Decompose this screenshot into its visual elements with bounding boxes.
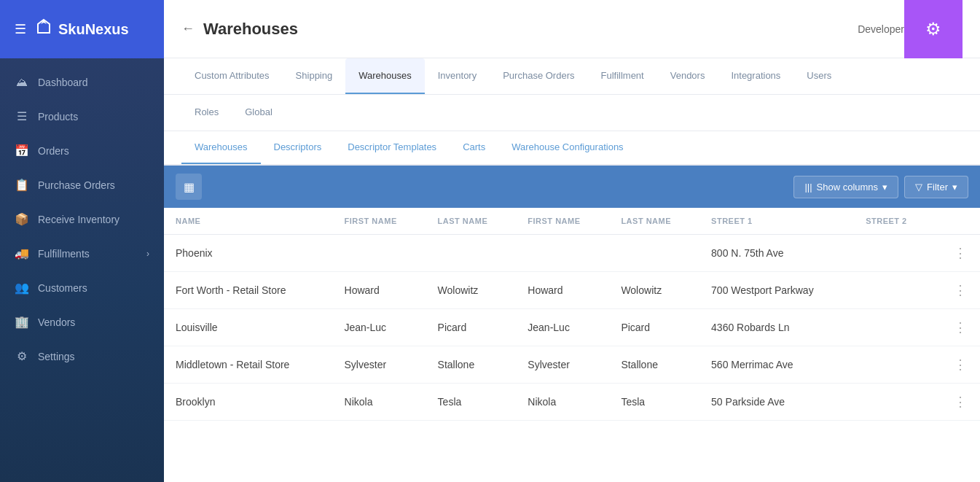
cell-last_name2 [609, 235, 699, 272]
filter-chevron-icon: ▾ [952, 182, 957, 193]
cell-first_name: Jean-Luc [333, 309, 426, 346]
cell-last_name2: Tesla [609, 384, 699, 421]
filter-button[interactable]: ▽ Filter ▾ [904, 176, 968, 198]
subtabs-row: WarehousesDescriptorsDescriptor Template… [164, 131, 980, 166]
sidebar-item-dashboard[interactable]: ⛰ Dashboard [0, 66, 164, 99]
cell-name: Fort Worth - Retail Store [164, 272, 333, 309]
row-actions-button[interactable]: ⋮ [933, 309, 980, 346]
sidebar-item-label: Fulfillments [38, 248, 138, 260]
tab-integrations[interactable]: Integrations [718, 58, 793, 94]
sidebar-header: ☰ SkuNexus [0, 0, 164, 58]
products-icon: ☰ [15, 109, 29, 123]
table-body: Phoenix800 N. 75th Ave⋮Fort Worth - Reta… [164, 235, 980, 421]
cell-last_name: Wolowitz [426, 272, 517, 309]
receive-inventory-icon: 📦 [15, 212, 29, 226]
row-actions-button[interactable]: ⋮ [933, 235, 980, 272]
settings-gear-button[interactable]: ⚙ [904, 0, 963, 58]
cell-first_name2: Sylvester [516, 346, 609, 384]
row-actions-button[interactable]: ⋮ [933, 346, 980, 384]
sidebar-item-label: Dashboard [38, 77, 149, 88]
dashboard-icon: ⛰ [15, 76, 29, 89]
sidebar-item-vendors[interactable]: 🏢 Vendors [0, 305, 164, 339]
subtab-descriptor-templates[interactable]: Descriptor Templates [334, 131, 450, 164]
sidebar-item-label: Orders [38, 145, 149, 157]
vendors-icon: 🏢 [15, 315, 29, 329]
customers-icon: 👥 [15, 281, 29, 295]
cell-street2 [854, 346, 933, 384]
sidebar-item-settings[interactable]: ⚙ Settings [0, 339, 164, 373]
main-content: ← Warehouses Developer ⚙ Custom Attribut… [164, 0, 980, 482]
cell-street2 [854, 272, 933, 309]
hamburger-icon[interactable]: ☰ [15, 21, 26, 37]
sidebar-item-orders[interactable]: 📅 Orders [0, 133, 164, 168]
topbar-left: ← Warehouses [181, 20, 298, 39]
table-row: Phoenix800 N. 75th Ave⋮ [164, 235, 980, 272]
sidebar-item-purchase-orders[interactable]: 📋 Purchase Orders [0, 168, 164, 202]
table-row: BrooklynNikolaTeslaNikolaTesla50 Parksid… [164, 384, 980, 421]
cell-street2 [854, 235, 933, 272]
logo-text: SkuNexus [58, 21, 129, 38]
table-icon-button[interactable]: ▦ [176, 174, 202, 200]
cell-last_name: Stallone [426, 346, 517, 384]
tab-inventory[interactable]: Inventory [425, 58, 490, 94]
table-grid-icon: ▦ [184, 180, 195, 194]
sidebar-item-receive-inventory[interactable]: 📦 Receive Inventory [0, 202, 164, 236]
cell-street1: 800 N. 75th Ave [699, 235, 854, 272]
filter-icon: ▽ [915, 182, 922, 193]
tab-users[interactable]: Users [793, 58, 844, 94]
table-toolbar: ▦ ||| Show columns ▾ ▽ Filter ▾ [164, 166, 980, 208]
columns-icon: ||| [804, 182, 812, 193]
table-row: Middletown - Retail StoreSylvesterStallo… [164, 346, 980, 384]
sidebar-item-fulfillments[interactable]: 🚚 Fulfillments › [0, 236, 164, 271]
cell-last_name: Picard [426, 309, 517, 346]
row-actions-button[interactable]: ⋮ [933, 384, 980, 421]
tab-roles[interactable]: Roles [181, 95, 232, 131]
sidebar: ☰ SkuNexus ⛰ Dashboard ☰ Products 📅 Orde… [0, 0, 164, 482]
table-area: ▦ ||| Show columns ▾ ▽ Filter ▾ NAMEFIRS… [164, 166, 980, 482]
subtab-warehouses[interactable]: Warehouses [181, 131, 261, 164]
fulfillments-icon: 🚚 [15, 246, 29, 260]
cell-street1: 4360 Robards Ln [699, 309, 854, 346]
tab-fulfillment[interactable]: Fulfillment [587, 58, 656, 94]
subtab-descriptors[interactable]: Descriptors [261, 131, 335, 164]
tab-global[interactable]: Global [232, 95, 286, 131]
cell-last_name [426, 235, 517, 272]
subtab-warehouse-configurations[interactable]: Warehouse Configurations [498, 131, 636, 164]
cell-name: Louisville [164, 309, 333, 346]
cell-first_name [333, 235, 426, 272]
cell-first_name: Sylvester [333, 346, 426, 384]
sidebar-item-customers[interactable]: 👥 Customers [0, 271, 164, 305]
toolbar-right: ||| Show columns ▾ ▽ Filter ▾ [793, 176, 968, 198]
row-actions-button[interactable]: ⋮ [933, 272, 980, 309]
cell-last_name2: Stallone [609, 346, 699, 384]
col-header-street2: STREET 2 [854, 208, 933, 235]
col-header-first_name2: FIRST NAME [516, 208, 609, 235]
sidebar-item-products[interactable]: ☰ Products [0, 99, 164, 133]
sidebar-item-label: Settings [38, 351, 149, 362]
tab-vendors[interactable]: Vendors [657, 58, 718, 94]
tab-purchase-orders[interactable]: Purchase Orders [490, 58, 587, 94]
cell-first_name: Howard [333, 272, 426, 309]
sidebar-item-label: Customers [38, 282, 149, 294]
tabs-row-2: RolesGlobal [164, 95, 980, 131]
tab-custom-attributes[interactable]: Custom Attributes [181, 58, 283, 94]
chevron-right-icon: › [146, 249, 149, 259]
col-header-last_name2: LAST NAME [609, 208, 699, 235]
tab-shipping[interactable]: Shipping [283, 58, 346, 94]
sidebar-item-label: Products [38, 111, 149, 123]
settings-icon: ⚙ [15, 349, 29, 363]
user-label: Developer [858, 23, 904, 35]
col-header-first_name: FIRST NAME [333, 208, 426, 235]
subtab-carts[interactable]: Carts [450, 131, 498, 164]
gear-icon: ⚙ [925, 19, 941, 39]
tab-warehouses[interactable]: Warehouses [345, 58, 425, 94]
back-button[interactable]: ← [181, 21, 195, 36]
col-header-last_name: LAST NAME [426, 208, 517, 235]
cell-street2 [854, 309, 933, 346]
page-title: Warehouses [203, 20, 298, 39]
cell-name: Brooklyn [164, 384, 333, 421]
orders-icon: 📅 [15, 144, 29, 158]
sidebar-item-label: Vendors [38, 316, 149, 328]
cell-street1: 700 Westport Parkway [699, 272, 854, 309]
show-columns-button[interactable]: ||| Show columns ▾ [793, 176, 898, 198]
